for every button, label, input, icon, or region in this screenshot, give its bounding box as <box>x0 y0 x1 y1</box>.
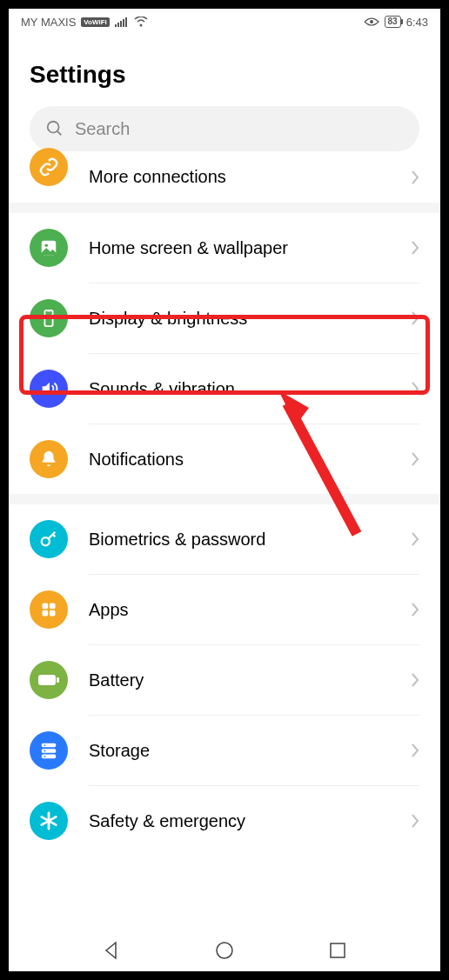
recent-button[interactable] <box>327 940 348 961</box>
group-divider <box>9 494 440 504</box>
svg-point-26 <box>217 943 232 958</box>
clock: 6:43 <box>406 16 428 29</box>
svg-rect-15 <box>50 603 56 610</box>
storage-icon <box>30 731 68 770</box>
svg-rect-16 <box>43 610 49 617</box>
setting-label: Notifications <box>89 450 390 470</box>
svg-rect-20 <box>42 743 57 748</box>
svg-point-10 <box>44 243 48 247</box>
svg-rect-21 <box>42 749 57 753</box>
svg-point-24 <box>44 750 46 752</box>
back-button[interactable] <box>101 940 122 961</box>
setting-label: Safety & emergency <box>89 811 390 831</box>
svg-rect-22 <box>42 755 57 759</box>
link-icon <box>30 148 68 186</box>
chevron-right-icon <box>411 531 419 547</box>
setting-label: Apps <box>89 600 390 620</box>
svg-rect-19 <box>57 677 59 683</box>
setting-item-notifications[interactable]: Notifications <box>9 424 440 494</box>
svg-point-6 <box>370 20 373 23</box>
battery-indicator: 83 <box>385 16 401 28</box>
home-button[interactable] <box>214 940 235 961</box>
svg-point-25 <box>44 756 46 757</box>
setting-item-display-brightness[interactable]: Display & brightness <box>9 283 440 353</box>
navigation-bar <box>9 930 440 971</box>
chevron-right-icon <box>411 170 419 185</box>
setting-label: More connections <box>89 167 390 187</box>
chevron-right-icon <box>411 381 419 397</box>
bell-icon <box>30 440 68 478</box>
image-icon <box>30 229 68 267</box>
setting-label: Storage <box>89 741 390 761</box>
svg-rect-11 <box>44 310 52 326</box>
setting-label: Battery <box>89 670 390 690</box>
signal-icon <box>115 17 129 27</box>
chevron-right-icon <box>411 240 419 256</box>
speaker-icon <box>30 370 68 408</box>
key-icon <box>30 520 68 558</box>
svg-rect-27 <box>331 943 345 957</box>
svg-point-7 <box>48 122 59 133</box>
setting-item-sounds[interactable]: Sounds & vibration <box>9 354 440 423</box>
vowifi-badge: VoWiFi <box>81 17 109 27</box>
setting-item-home-screen[interactable]: Home screen & wallpaper <box>9 213 440 283</box>
wifi-icon <box>134 17 148 27</box>
chevron-right-icon <box>411 672 419 688</box>
svg-rect-1 <box>117 23 119 27</box>
svg-rect-0 <box>115 24 117 27</box>
phone-icon <box>30 299 68 337</box>
svg-rect-14 <box>43 603 49 610</box>
status-bar: MY MAXIS VoWiFi 83 6:43 <box>9 9 440 35</box>
setting-label: Biometrics & password <box>89 530 390 550</box>
chevron-right-icon <box>411 813 419 829</box>
setting-item-safety[interactable]: Safety & emergency <box>9 786 440 847</box>
chevron-right-icon <box>411 451 419 467</box>
setting-label: Display & brightness <box>89 309 390 329</box>
battery-icon <box>30 661 68 699</box>
setting-label: Home screen & wallpaper <box>89 238 390 258</box>
asterisk-icon <box>30 802 68 840</box>
carrier-label: MY MAXIS <box>21 16 76 29</box>
search-placeholder: Search <box>75 119 130 139</box>
svg-point-23 <box>44 744 46 746</box>
chevron-right-icon <box>411 743 419 758</box>
setting-item-battery[interactable]: Battery <box>9 645 440 715</box>
setting-item-more-connections[interactable]: More connections <box>9 163 440 203</box>
svg-rect-18 <box>38 675 56 685</box>
chevron-right-icon <box>411 310 419 326</box>
svg-rect-3 <box>123 19 124 27</box>
svg-rect-4 <box>125 17 127 27</box>
svg-line-8 <box>57 131 62 136</box>
group-divider <box>9 203 440 213</box>
setting-item-biometrics[interactable]: Biometrics & password <box>9 504 440 574</box>
eye-icon <box>364 17 379 27</box>
setting-item-storage[interactable]: Storage <box>9 716 440 785</box>
setting-label: Sounds & vibration <box>89 379 390 399</box>
setting-item-apps[interactable]: Apps <box>9 575 440 644</box>
chevron-right-icon <box>411 602 419 617</box>
grid-icon <box>30 590 68 629</box>
page-title: Settings <box>9 35 440 106</box>
svg-rect-17 <box>50 610 56 617</box>
search-icon <box>45 119 64 138</box>
svg-rect-2 <box>120 21 122 27</box>
svg-point-5 <box>139 24 142 27</box>
search-input[interactable]: Search <box>30 106 419 151</box>
